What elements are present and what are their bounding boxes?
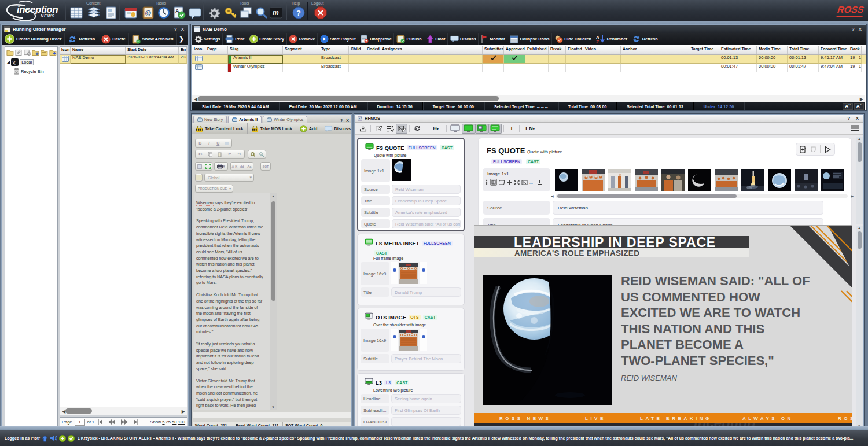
- svg-text:@: @: [145, 9, 152, 16]
- svg-text:Z: Z: [596, 39, 599, 43]
- svg-text:L: L: [14, 61, 16, 65]
- svg-text:?: ?: [296, 9, 301, 17]
- svg-text:m: m: [273, 9, 279, 17]
